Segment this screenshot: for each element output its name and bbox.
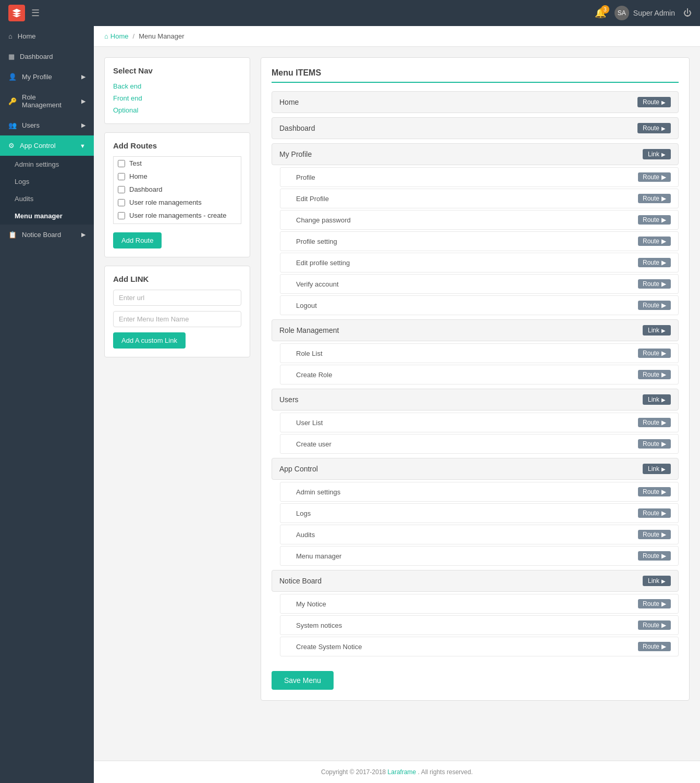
add-route-button[interactable]: Add Route [113,232,162,248]
menu-group-badge-4[interactable]: Link ▶ [643,394,671,405]
menu-sub-badge-6-1[interactable]: Route ▶ [638,620,671,630]
nav-link-optional[interactable]: Optional [113,105,239,115]
save-menu-button[interactable]: Save Menu [272,671,334,690]
route-checkbox-dashboard[interactable] [118,186,125,193]
menu-sub-item-2-0: ProfileRoute ▶ [280,167,679,187]
route-check-user-role: User role managements [114,196,241,209]
footer: Copyright © 2017-2018 Laraframe . All ri… [94,761,700,783]
menu-group-badge-5[interactable]: Link ▶ [643,464,671,474]
content-area: Select Nav Back end Front end Optional A… [94,47,700,761]
routes-list[interactable]: Test Home Dashboard User role manag [113,156,241,224]
menu-sub-badge-2-0[interactable]: Route ▶ [638,172,671,182]
menu-group-badge-1[interactable]: Route ▶ [637,123,671,133]
sidebar-sub-item-menu-manager[interactable]: Menu manager [0,207,94,225]
menu-sub-badge-4-1[interactable]: Route ▶ [638,439,671,449]
menu-sub-badge-2-6[interactable]: Route ▶ [638,301,671,310]
menu-sub-badge-2-2[interactable]: Route ▶ [638,215,671,225]
menu-sub-item-4-0: User ListRoute ▶ [280,413,679,432]
menu-sub-badge-5-0[interactable]: Route ▶ [638,487,671,496]
sidebar-item-notice-board[interactable]: 📋 Notice Board ▶ [0,225,94,245]
user-name: Super Admin [633,9,675,17]
menu-sub-item-2-5: Verify accountRoute ▶ [280,274,679,294]
notice-icon: 📋 [8,231,17,239]
menu-sub-label-3-1: Create Role [296,371,638,379]
menu-sub-item-5-3: Menu managerRoute ▶ [280,546,679,566]
sidebar-sub-item-admin-settings[interactable]: Admin settings [0,156,94,173]
menu-sub-badge-2-4[interactable]: Route ▶ [638,258,671,267]
menu-sub-label-2-0: Profile [296,173,638,181]
menu-sub-badge-2-5[interactable]: Route ▶ [638,279,671,289]
sidebar-item-users[interactable]: 👥 Users ▶ [0,115,94,135]
route-check-home: Home [114,170,241,183]
menu-group-badge-6[interactable]: Link ▶ [643,576,671,586]
notification-button[interactable]: 🔔 3 [595,7,606,19]
route-checkbox-home[interactable] [118,173,125,180]
sidebar-item-my-profile[interactable]: 👤 My Profile ▶ [0,67,94,87]
right-panel: Menu ITEMS HomeRoute ▶DashboardRoute ▶My… [261,57,690,750]
menu-group-1: DashboardRoute ▶ [272,117,679,139]
menu-sub-badge-2-1[interactable]: Route ▶ [638,194,671,203]
select-nav-title: Select Nav [113,66,241,75]
left-panel: Select Nav Back end Front end Optional A… [104,57,250,750]
route-check-users: Users [114,222,241,224]
menu-top-row-4: UsersLink ▶ [272,389,679,411]
power-icon[interactable]: ⏻ [683,8,692,18]
menu-sub-label-5-0: Admin settings [296,488,638,496]
menu-sub-badge-6-0[interactable]: Route ▶ [638,599,671,608]
chevron-icon: ▶ [81,231,85,238]
gear-icon: ⚙ [8,142,15,150]
breadcrumb-current: Menu Manager [139,32,184,40]
sidebar-item-label: Users [22,121,40,129]
route-checkbox-test[interactable] [118,160,125,167]
menu-sub-label-4-0: User List [296,419,638,427]
menu-sub-badge-5-1[interactable]: Route ▶ [638,508,671,518]
sidebar-item-app-control[interactable]: ⚙ App Control ▼ [0,135,94,156]
sidebar-sub-item-logs[interactable]: Logs [0,173,94,190]
menu-sub-badge-4-0[interactable]: Route ▶ [638,418,671,427]
menu-sub-badge-3-0[interactable]: Route ▶ [638,349,671,358]
sidebar-item-label: Home [18,32,36,40]
menu-sub-badge-5-2[interactable]: Route ▶ [638,530,671,539]
hamburger-menu[interactable]: ☰ [31,7,40,19]
menu-item-name-input[interactable] [113,311,241,327]
menu-top-row-0: HomeRoute ▶ [272,91,679,113]
sidebar-sub-item-audits[interactable]: Audits [0,190,94,207]
url-input[interactable] [113,290,241,306]
menu-group-badge-2[interactable]: Link ▶ [643,149,671,159]
add-custom-link-button[interactable]: Add A custom Link [113,332,186,349]
menu-sub-badge-6-2[interactable]: Route ▶ [638,642,671,651]
menu-sub-item-3-0: Role ListRoute ▶ [280,343,679,363]
breadcrumb-separator: / [133,32,135,40]
sidebar-item-home[interactable]: ⌂ Home [0,26,94,46]
user-info[interactable]: SA Super Admin [615,6,675,20]
nav-link-frontend[interactable]: Front end [113,93,239,103]
sidebar-item-role-management[interactable]: 🔑 Role Management ▶ [0,87,94,115]
menu-sub-badge-3-1[interactable]: Route ▶ [638,370,671,379]
menu-sub-badge-2-3[interactable]: Route ▶ [638,237,671,246]
nav-link-backend[interactable]: Back end [113,81,239,91]
breadcrumb-home[interactable]: ⌂ Home [104,32,129,40]
route-label: Dashboard [129,185,163,193]
sidebar-sub-app-control: Admin settings Logs Audits Menu manager [0,156,94,225]
route-checkbox-user-role-create[interactable] [118,212,125,219]
footer-link[interactable]: Laraframe [388,768,416,776]
menu-items-title: Menu ITEMS [272,68,679,83]
menu-group-label-0: Home [279,98,637,106]
menu-top-row-6: Notice BoardLink ▶ [272,570,679,592]
menu-sub-label-5-1: Logs [296,509,638,517]
menu-top-row-1: DashboardRoute ▶ [272,117,679,139]
main-content: ⌂ Home / Menu Manager Select Nav Back en… [94,26,700,783]
menu-group-badge-0[interactable]: Route ▶ [637,97,671,107]
menu-sub-item-2-2: Change passwordRoute ▶ [280,210,679,230]
route-label: Home [129,172,148,180]
route-checkbox-user-role[interactable] [118,199,125,206]
menu-sub-label-6-1: System notices [296,622,638,629]
sidebar-item-dashboard[interactable]: ▦ Dashboard [0,46,94,67]
menu-group-label-1: Dashboard [279,124,637,132]
footer-suffix: . All rights reserved. [418,768,473,776]
menu-group-badge-3[interactable]: Link ▶ [643,325,671,335]
menu-sub-item-2-4: Edit profile settingRoute ▶ [280,253,679,272]
notification-badge: 3 [601,5,609,14]
menu-sub-badge-5-3[interactable]: Route ▶ [638,551,671,561]
nav-scroll[interactable]: Back end Front end Optional [113,81,241,115]
